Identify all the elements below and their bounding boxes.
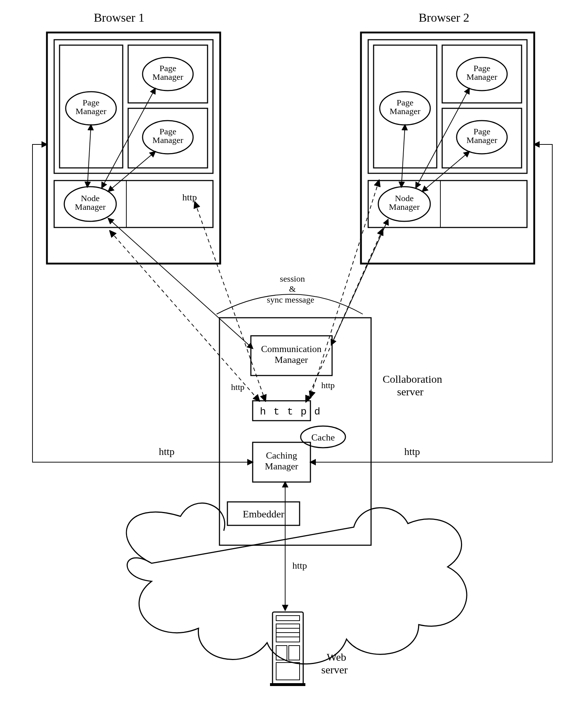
page-manager-b1-rb: Page Manager (143, 121, 193, 154)
page-manager-b2-rt: Page Manager (457, 57, 507, 91)
svg-text:Manager: Manager (275, 355, 308, 365)
page-manager-b2-left: Page Manager (380, 92, 430, 125)
svg-text:Caching: Caching (266, 450, 297, 461)
amp-label: & (289, 284, 296, 294)
http-outer-left: http (159, 446, 175, 457)
node-manager-b1: Node Manager (64, 187, 116, 221)
node-manager-b2: Node Manager (378, 187, 430, 221)
embedder-label: Embedder (243, 508, 284, 520)
svg-text:Manager: Manager (389, 107, 420, 116)
browser-2-title: Browser 2 (419, 11, 470, 24)
svg-line-56 (110, 231, 259, 401)
svg-line-53 (108, 218, 253, 348)
web-server-label-1: Web (327, 651, 346, 663)
svg-text:Manager: Manager (75, 107, 106, 116)
svg-line-19 (87, 125, 91, 187)
svg-rect-69 (270, 683, 305, 686)
svg-text:Page: Page (83, 98, 100, 107)
collab-server: Collaboration server Communication Manag… (219, 318, 442, 545)
page-manager-b2-rb: Page Manager (457, 121, 507, 154)
svg-text:Node: Node (395, 194, 414, 203)
svg-text:Manager: Manager (152, 135, 183, 145)
http-left-diag: http (231, 382, 244, 392)
svg-rect-0 (47, 32, 220, 264)
svg-line-21 (108, 152, 155, 191)
http-bottom: http (292, 560, 307, 571)
svg-text:Page: Page (397, 98, 414, 107)
svg-rect-67 (289, 646, 300, 660)
http-outer-right: http (404, 446, 420, 457)
browser-2: Page Manager Page Manager Page Manager N… (361, 32, 534, 264)
architecture-diagram: Browser 1 Page Manager Page Manager Page… (0, 0, 588, 703)
svg-text:Manager: Manager (466, 72, 497, 82)
svg-rect-68 (276, 663, 300, 680)
browser-1-title: Browser 1 (94, 11, 145, 24)
svg-text:Page: Page (474, 127, 491, 136)
httpd-label: h t t p d (260, 406, 321, 417)
svg-text:Manager: Manager (265, 461, 299, 472)
svg-text:Page: Page (160, 127, 177, 136)
web-server: Web server (270, 612, 348, 686)
page-manager-b1-rt: Page Manager (143, 57, 193, 91)
svg-text:Node: Node (81, 194, 100, 203)
collab-server-label-1: Collaboration (383, 373, 442, 385)
svg-line-43 (422, 152, 469, 191)
svg-rect-60 (273, 612, 303, 684)
svg-rect-22 (361, 32, 534, 264)
session-label: session (280, 274, 305, 283)
page-manager-b1-left: Page Manager (66, 92, 116, 125)
svg-line-58 (310, 181, 379, 397)
svg-text:Communication: Communication (261, 344, 322, 354)
internet-cloud (126, 503, 467, 664)
svg-text:Page: Page (160, 64, 177, 73)
svg-rect-61 (276, 616, 300, 621)
http-label-b1: http (182, 192, 197, 203)
svg-text:Page: Page (474, 64, 491, 73)
browser-1: Page Manager Page Manager Page Manager N… (47, 32, 220, 264)
web-server-label-2: server (321, 664, 348, 676)
svg-line-55 (195, 202, 265, 401)
svg-line-41 (401, 125, 405, 187)
cache-label: Cache (312, 432, 335, 443)
sync-label: sync message (267, 295, 314, 304)
svg-text:Manager: Manager (389, 202, 419, 212)
collab-server-label-2: server (397, 386, 423, 398)
svg-text:Manager: Manager (75, 202, 105, 212)
svg-text:Manager: Manager (152, 72, 183, 82)
svg-text:Manager: Manager (466, 135, 497, 145)
http-right-diag: http (321, 381, 335, 390)
